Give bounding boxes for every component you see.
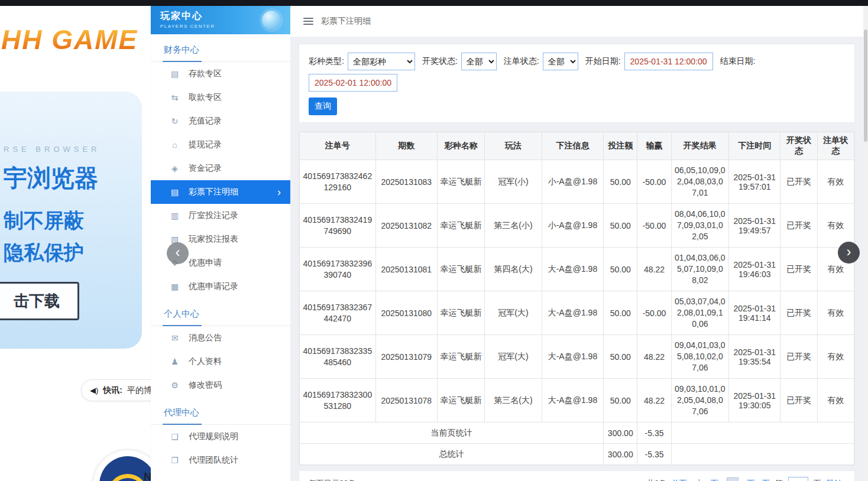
table-cell: 大-A盘@1.98 [542,335,603,379]
ball-decoration-icon [262,11,281,30]
table-cell: 48.22 [637,335,671,379]
table-cell: 20250131081 [375,248,437,291]
lottery-bet-detail-icon: ▤ [170,187,180,197]
end-date-input[interactable] [309,74,397,92]
sidebar-item-label: 优惠申请记录 [189,281,238,292]
sidebar-item-label: 代理团队统计 [189,455,238,466]
table-cell: 401569173832396390740 [300,248,376,291]
sidebar-item-label: 代理规则说明 [189,431,238,442]
bet-table-card: 注单号期数彩种名称玩法下注信息投注额输赢开奖结果下注时间开奖状态注单状态 401… [299,131,855,466]
sidebar-item-label: 资金记录 [189,163,222,174]
table-cell: 第三名(大) [485,379,542,422]
summary-row: 总统计300.00-5.35 [300,444,854,465]
table-cell: 2025-01-31 19:35:54 [729,335,780,379]
start-date-label: 开始日期: [585,56,621,67]
download-button[interactable]: 击下载 [0,282,79,320]
menu-toggle-icon[interactable] [303,16,313,27]
column-header: 注单号 [300,132,376,160]
ticker-text: 平的博 [127,385,151,396]
table-cell: 已开奖 [780,379,817,422]
agent-rules-doc-icon: ❏ [170,432,180,441]
table-cell: 20250131079 [375,335,437,379]
table-cell: 50.00 [604,335,637,379]
table-cell: 09,04,01,03,05,08,10,02,07,06 [671,335,728,379]
column-header: 彩种名称 [437,132,484,160]
jump-button[interactable]: 跳转 [827,478,842,481]
summary-empty [671,444,854,465]
sidebar-item[interactable]: ▦优惠申请记录 [151,275,290,298]
lottery-type-select[interactable]: 全部彩种 [348,53,415,70]
table-cell: 50.00 [604,204,637,248]
table-cell: 有效 [817,379,854,422]
column-header: 注单状态 [817,132,854,160]
page-scrollbar[interactable] [863,6,868,481]
table-cell: 幸运飞艇新 [437,291,484,335]
table-cell: 05,03,07,04,02,08,01,09,10,06 [671,291,728,335]
search-button[interactable]: 查询 [309,98,337,115]
table-cell: 幸运飞艇新 [437,160,484,204]
scrollbar-thumb[interactable] [864,30,867,142]
agent-team-stats-icon: ❐ [170,456,180,465]
table-cell: -50.00 [637,291,671,335]
sidebar-item[interactable]: ♟个人资料 [151,350,290,373]
table-cell: 401569173832367442470 [300,291,376,335]
sidebar-item[interactable]: ▤存款专区 [151,62,290,86]
sidebar-item-label: 提现记录 [189,139,222,150]
table-cell: 09,03,10,01,02,05,04,08,07,06 [671,379,728,422]
current-page-indicator[interactable]: 1 [727,477,739,481]
sidebar-item[interactable]: ▤彩票下注明细› [151,180,290,204]
table-cell: 冠军(小) [485,160,542,204]
start-date-input[interactable] [624,53,713,70]
sidebar-item[interactable]: ⚙修改密码 [151,373,290,397]
banner-tagline-en: RSE BROWSER [4,145,140,154]
next-page-link[interactable]: 下一页 [747,478,770,481]
sidebar-item[interactable]: ⌂提现记录 [151,133,290,157]
sidebar-item-label: 存款专区 [189,69,222,79]
page-jump-input[interactable] [788,477,808,481]
first-page-link[interactable]: 首页 [672,478,687,481]
table-cell: 有效 [817,160,854,204]
table-cell: 大-A盘@1.98 [542,291,603,335]
draw-status-select[interactable]: 全部 [461,53,497,70]
table-cell: 2025-01-31 19:57:01 [729,160,780,204]
table-cell: 01,04,03,06,05,07,10,09,08,02 [671,248,728,291]
carousel-right-chevron-icon[interactable]: › [838,242,860,264]
column-header: 开奖状态 [780,132,817,160]
table-row: 40156917383239639074020250131081幸运飞艇新第四名… [300,248,854,291]
sidebar-item[interactable]: ▥厅室投注记录 [151,204,290,228]
table-cell: 有效 [817,335,854,379]
table-cell: 401569173832462129160 [300,160,376,204]
summary-bet-total: 300.00 [604,444,637,465]
sidebar-item[interactable]: ❐代理团队统计 [151,448,290,472]
summary-win-loss: -5.35 [637,422,671,444]
sidebar-item[interactable]: ❏代理规则说明 [151,425,290,448]
summary-empty [671,422,854,444]
filter-panel: 彩种类型: 全部彩种 开奖状态: 全部 注单状态: 全部 开始日期: 结束日期:… [299,44,855,123]
message-bell-icon: ✉ [170,333,180,343]
prev-page-link[interactable]: 上一页 [695,478,718,481]
sidebar-item-label: 消息公告 [189,333,222,343]
table-cell: 有效 [817,204,854,248]
profile-user-icon: ♟ [170,357,180,366]
sidebar-section-title: 代理中心 [151,397,290,425]
sidebar-item[interactable]: ⇆取款专区 [151,86,290,109]
pagination-bar: 每页显示20条 共6条 首页 上一页 1 下一页 第 页 跳转 [299,470,855,481]
sidebar-item[interactable]: ✉消息公告 [151,326,290,350]
column-header: 下注信息 [542,132,603,160]
sidebar-item-label: 取款专区 [189,92,222,103]
summary-label: 总统计 [300,444,604,465]
table-row: 40156917383233548546020250131079幸运飞艇新冠军(… [300,335,854,379]
sidebar-item[interactable]: ↻充值记录 [151,109,290,133]
table-cell: 20250131083 [375,160,437,204]
table-cell: 401569173832300531280 [300,379,376,422]
summary-label: 当前页统计 [300,422,604,444]
table-cell: -50.00 [637,204,671,248]
sidebar-header: 玩家中心 PLAYERS CENTER [151,6,290,34]
carousel-left-chevron-icon[interactable]: ‹ [167,242,189,264]
sidebar-item-label: 个人资料 [189,356,222,367]
order-status-select[interactable]: 全部 [543,53,578,70]
table-cell: 已开奖 [780,291,817,335]
table-cell: 20250131080 [375,291,437,335]
sidebar-item-label: 厅室投注记录 [189,210,238,221]
sidebar-item[interactable]: ◈资金记录 [151,157,290,180]
